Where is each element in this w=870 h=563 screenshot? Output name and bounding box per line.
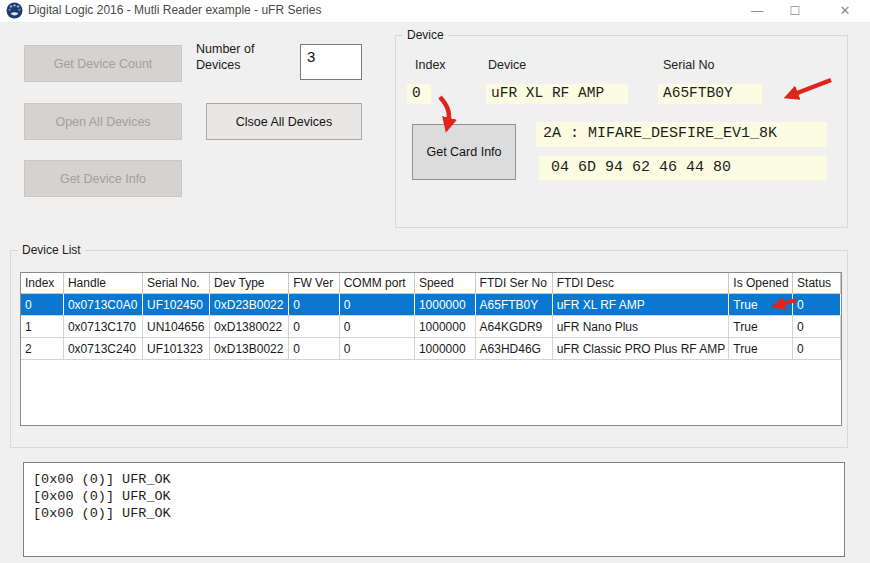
table-header-cell[interactable]: FTDI Desc <box>552 273 729 294</box>
open-all-devices-button[interactable]: Open All Devices <box>24 103 182 140</box>
table-cell[interactable]: 0 <box>793 294 841 316</box>
minimize-button[interactable]: — <box>740 0 774 22</box>
get-card-info-button[interactable]: Get Card Info <box>412 124 516 180</box>
device-name-value: uFR XL RF AMP <box>486 84 628 104</box>
device-list-control[interactable]: IndexHandleSerial No.Dev TypeFW VerCOMM … <box>20 272 842 426</box>
number-of-devices-label: Number of Devices <box>196 42 274 73</box>
table-row[interactable]: 10x0713C170UN1046560xD1380022001000000A6… <box>21 316 841 338</box>
table-header-cell[interactable]: Handle <box>63 273 142 294</box>
title-bar: Digital Logic 2016 - Mutli Reader exampl… <box>0 0 870 23</box>
table-cell[interactable]: 1000000 <box>414 316 475 338</box>
table-cell[interactable]: 0x0713C170 <box>63 316 142 338</box>
table-cell[interactable]: 0 <box>793 338 841 360</box>
table-cell[interactable]: UF102450 <box>143 294 210 316</box>
table-row[interactable]: 20x0713C240UF1013230xD13B0022001000000A6… <box>21 338 841 360</box>
table-cell[interactable]: A64KGDR9 <box>475 316 552 338</box>
close-all-devices-button[interactable]: Clsoe All Devices <box>206 103 362 140</box>
device-index-value: 0 <box>407 84 431 104</box>
log-line: [0x00 (0)] UFR_OK <box>33 488 835 505</box>
device-list-groupbox-title: Device List <box>18 243 85 257</box>
get-device-info-button[interactable]: Get Device Info <box>24 160 182 197</box>
app-logo-icon <box>6 2 23 19</box>
maximize-button[interactable]: ☐ <box>778 0 812 22</box>
table-header-cell[interactable]: Dev Type <box>210 273 289 294</box>
table-cell[interactable]: 0xD23B0022 <box>210 294 289 316</box>
device-table-body: 00x0713C0A0UF1024500xD23B0022001000000A6… <box>21 294 841 360</box>
log-line: [0x00 (0)] UFR_OK <box>33 505 835 522</box>
table-cell[interactable]: 1000000 <box>414 338 475 360</box>
table-header-cell[interactable]: Speed <box>414 273 475 294</box>
table-cell[interactable]: 1000000 <box>414 294 475 316</box>
table-header-cell[interactable]: Status <box>793 273 841 294</box>
table-cell[interactable]: 0 <box>339 338 414 360</box>
device-table-head: IndexHandleSerial No.Dev TypeFW VerCOMM … <box>21 273 841 294</box>
table-cell[interactable]: uFR XL RF AMP <box>552 294 729 316</box>
table-cell[interactable]: True <box>729 338 793 360</box>
table-cell[interactable]: 0xD1380022 <box>210 316 289 338</box>
table-cell[interactable]: UN104656 <box>143 316 210 338</box>
table-cell[interactable]: True <box>729 316 793 338</box>
table-cell[interactable]: 2 <box>21 338 63 360</box>
application-window: Digital Logic 2016 - Mutli Reader exampl… <box>0 0 870 563</box>
table-cell[interactable]: uFR Classic PRO Plus RF AMP <box>552 338 729 360</box>
device-serial-value: A65FTB0Y <box>658 84 762 104</box>
table-cell[interactable]: 0 <box>289 316 340 338</box>
table-cell[interactable]: A65FTB0Y <box>475 294 552 316</box>
device-index-header: Index <box>415 58 446 72</box>
table-cell[interactable]: True <box>729 294 793 316</box>
table-cell[interactable]: 0x0713C240 <box>63 338 142 360</box>
table-row[interactable]: 00x0713C0A0UF1024500xD23B0022001000000A6… <box>21 294 841 316</box>
card-type-value: 2A : MIFARE_DESFIRE_EV1_8K <box>536 122 827 147</box>
table-cell[interactable]: 0x0713C0A0 <box>63 294 142 316</box>
device-table: IndexHandleSerial No.Dev TypeFW VerCOMM … <box>21 273 841 360</box>
table-header-cell[interactable]: Serial No. <box>143 273 210 294</box>
device-groupbox-title: Device <box>403 28 448 42</box>
table-cell[interactable]: A63HD46G <box>475 338 552 360</box>
table-header-cell[interactable]: FTDI Ser No <box>475 273 552 294</box>
number-of-devices-input[interactable] <box>300 44 362 80</box>
device-serial-header: Serial No <box>663 58 714 72</box>
table-cell[interactable]: 0 <box>289 338 340 360</box>
table-cell[interactable]: uFR Nano Plus <box>552 316 729 338</box>
table-cell[interactable]: 1 <box>21 316 63 338</box>
table-cell[interactable]: 0 <box>21 294 63 316</box>
get-device-count-button[interactable]: Get Device Count <box>24 45 182 82</box>
table-header-cell[interactable]: COMM port <box>339 273 414 294</box>
close-button[interactable]: ✕ <box>828 0 862 22</box>
table-cell[interactable]: 0xD13B0022 <box>210 338 289 360</box>
window-title: Digital Logic 2016 - Mutli Reader exampl… <box>28 3 321 17</box>
table-cell[interactable]: 0 <box>339 294 414 316</box>
table-cell[interactable]: UF101323 <box>143 338 210 360</box>
table-header-cell[interactable]: FW Ver <box>289 273 340 294</box>
log-line: [0x00 (0)] UFR_OK <box>33 471 835 488</box>
table-header-cell[interactable]: Is Opened <box>729 273 793 294</box>
log-output-box[interactable]: [0x00 (0)] UFR_OK[0x00 (0)] UFR_OK[0x00 … <box>23 462 845 557</box>
card-uid-value: 04 6D 94 62 46 44 80 <box>539 156 827 180</box>
table-cell[interactable]: 0 <box>793 316 841 338</box>
device-name-header: Device <box>488 58 526 72</box>
table-header-cell[interactable]: Index <box>21 273 63 294</box>
table-cell[interactable]: 0 <box>289 294 340 316</box>
table-cell[interactable]: 0 <box>339 316 414 338</box>
